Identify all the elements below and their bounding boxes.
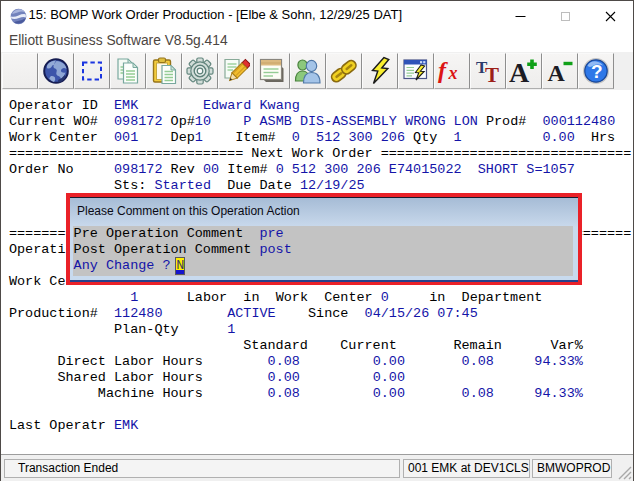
svg-text:x: x <box>448 63 458 83</box>
svg-text:T: T <box>485 63 499 85</box>
svg-text:f: f <box>438 57 448 83</box>
svg-text:A: A <box>509 57 530 85</box>
svg-text:A: A <box>548 60 566 85</box>
svg-text:?: ? <box>591 61 603 82</box>
